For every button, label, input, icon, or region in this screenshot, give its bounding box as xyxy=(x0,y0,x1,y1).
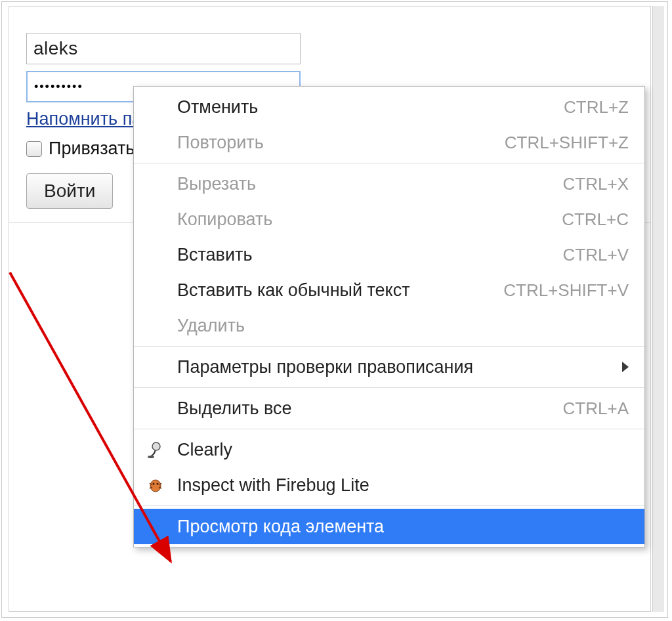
menu-icon-empty xyxy=(140,280,171,301)
menu-item-label: Inspect with Firebug Lite xyxy=(177,475,629,496)
menu-icon-empty xyxy=(140,209,171,230)
menu-icon-empty xyxy=(140,244,171,265)
menu-separator xyxy=(134,429,644,429)
menu-item-label: Вставить xyxy=(177,245,563,265)
menu-item-label: Повторить xyxy=(177,133,505,153)
menu-item: КопироватьCTRL+C xyxy=(134,202,644,237)
menu-item-label: Вырезать xyxy=(177,174,563,194)
menu-item-label: Параметры проверки правописания xyxy=(177,357,614,377)
menu-item-shortcut: CTRL+C xyxy=(562,209,629,230)
window-frame: Напомнить пароль Привязать Войти Отменит… xyxy=(1,1,668,618)
menu-separator xyxy=(134,505,644,506)
menu-item[interactable]: Inspect with Firebug Lite xyxy=(134,467,644,503)
menu-item-label: Удалить xyxy=(177,316,629,336)
menu-item-shortcut: CTRL+SHIFT+Z xyxy=(505,133,629,153)
menu-icon-empty xyxy=(140,132,171,153)
menu-item: ПовторитьCTRL+SHIFT+Z xyxy=(134,125,644,160)
menu-icon-empty xyxy=(140,315,171,336)
menu-item-shortcut: CTRL+V xyxy=(563,245,629,265)
menu-item-shortcut: CTRL+X xyxy=(563,174,629,194)
svg-point-1 xyxy=(152,442,160,450)
menu-item-label: Вставить как обычный текст xyxy=(177,280,503,301)
menu-icon-empty xyxy=(140,516,171,537)
menu-item[interactable]: ВставитьCTRL+V xyxy=(134,237,644,272)
menu-icon-empty xyxy=(140,398,171,419)
menu-item-shortcut: CTRL+SHIFT+V xyxy=(503,280,629,301)
lamp-icon xyxy=(140,439,171,460)
svg-point-4 xyxy=(157,483,159,485)
menu-icon-empty xyxy=(140,356,171,377)
menu-item-label: Копировать xyxy=(177,209,562,230)
menu-item-shortcut: CTRL+Z xyxy=(564,97,629,118)
username-input[interactable] xyxy=(26,33,301,64)
menu-item: ВырезатьCTRL+X xyxy=(134,166,644,202)
menu-item[interactable]: Выделить всеCTRL+A xyxy=(134,391,644,426)
menu-item[interactable]: Вставить как обычный текстCTRL+SHIFT+V xyxy=(134,272,644,308)
svg-point-2 xyxy=(150,480,161,492)
menu-item-label: Выделить все xyxy=(177,398,563,419)
menu-separator xyxy=(134,163,644,163)
checkbox-icon[interactable] xyxy=(26,141,42,157)
menu-item: Удалить xyxy=(134,308,644,343)
svg-point-0 xyxy=(148,456,154,458)
menu-icon-empty xyxy=(140,96,171,118)
firebug-icon xyxy=(140,475,171,496)
menu-item-label: Clearly xyxy=(177,440,629,460)
menu-item-label: Просмотр кода элемента xyxy=(177,517,629,537)
login-button[interactable]: Войти xyxy=(26,173,113,209)
menu-separator xyxy=(134,346,644,347)
menu-icon-empty xyxy=(140,173,171,194)
menu-item[interactable]: Параметры проверки правописания xyxy=(134,349,644,385)
menu-item-label: Отменить xyxy=(177,97,564,118)
menu-item[interactable]: Просмотр кода элемента xyxy=(134,509,644,544)
context-menu[interactable]: ОтменитьCTRL+ZПовторитьCTRL+SHIFT+ZВырез… xyxy=(133,86,645,547)
menu-item-shortcut: CTRL+A xyxy=(563,398,629,419)
scrollbar-vertical[interactable] xyxy=(652,6,664,612)
menu-separator xyxy=(134,387,644,388)
svg-point-3 xyxy=(153,483,155,485)
bind-checkbox-label: Привязать xyxy=(49,139,135,159)
chevron-right-icon xyxy=(622,362,629,372)
menu-item[interactable]: Clearly xyxy=(134,432,644,467)
menu-item[interactable]: ОтменитьCTRL+Z xyxy=(134,89,644,125)
